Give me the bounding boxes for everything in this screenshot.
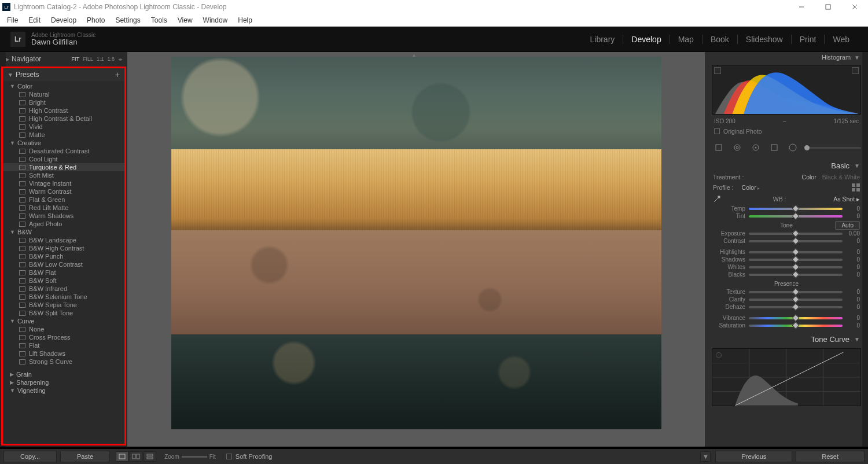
- preset-group-b-w[interactable]: ▼B&W: [3, 228, 124, 236]
- clarity-slider[interactable]: Clarity0: [705, 296, 868, 303]
- nav-zoom-1-1[interactable]: 1:1: [97, 56, 104, 62]
- spot-removal-tool-icon[interactable]: [730, 141, 744, 154]
- highlights-slider[interactable]: Highlights0: [705, 248, 868, 256]
- blacks-slider[interactable]: Blacks0: [705, 271, 868, 278]
- add-preset-button[interactable]: +: [115, 70, 120, 79]
- preset-item[interactable]: B&W Soft: [3, 277, 124, 285]
- before-after-lr-icon[interactable]: [130, 451, 142, 462]
- menu-window[interactable]: Window: [198, 15, 233, 25]
- preset-item[interactable]: B&W Split Tone: [3, 309, 124, 317]
- preset-group-sharpening[interactable]: ▶Sharpening: [3, 378, 124, 386]
- preset-item[interactable]: B&W Sepia Tone: [3, 301, 124, 309]
- menu-settings[interactable]: Settings: [111, 15, 145, 25]
- tint-slider[interactable]: Tint0: [705, 212, 868, 220]
- profile-browser-icon[interactable]: [852, 183, 860, 192]
- soft-proofing-toggle[interactable]: Soft Proofing: [226, 453, 273, 460]
- preset-item[interactable]: Natural: [3, 90, 124, 98]
- preset-item[interactable]: Turquoise & Red: [3, 163, 124, 171]
- nav-zoom-1-8[interactable]: 1:8: [107, 56, 115, 62]
- module-book[interactable]: Book: [703, 35, 737, 44]
- menu-photo[interactable]: Photo: [82, 15, 109, 25]
- navigator-header[interactable]: ▶ Navigator FITFILL1:11:8◂▸: [0, 53, 127, 65]
- paste-settings-button[interactable]: Paste: [60, 451, 110, 462]
- preset-item[interactable]: Vintage Instant: [3, 179, 124, 187]
- preset-item[interactable]: Warm Shadows: [3, 212, 124, 220]
- basic-panel-header[interactable]: Basic ▼: [705, 159, 868, 172]
- module-slideshow[interactable]: Slideshow: [738, 35, 791, 44]
- preset-item[interactable]: Desaturated Contrast: [3, 147, 124, 155]
- treatment-color[interactable]: Color: [802, 174, 816, 181]
- preset-group-color[interactable]: ▼Color: [3, 82, 124, 90]
- wb-dropdown[interactable]: As Shot ▸: [833, 196, 860, 202]
- texture-slider[interactable]: Texture0: [705, 288, 868, 296]
- preset-item[interactable]: Lift Shadows: [3, 349, 124, 358]
- radial-filter-tool-icon[interactable]: [786, 141, 800, 154]
- preset-item[interactable]: Aged Photo: [3, 220, 124, 228]
- module-map[interactable]: Map: [670, 35, 702, 44]
- dehaze-slider[interactable]: Dehaze0: [705, 303, 868, 311]
- menu-help[interactable]: Help: [233, 15, 257, 25]
- navigator-zoom-options[interactable]: FITFILL1:11:8◂▸: [71, 56, 123, 62]
- preset-item[interactable]: Flat: [3, 341, 124, 349]
- previous-button[interactable]: Previous: [715, 451, 792, 462]
- menu-edit[interactable]: Edit: [24, 15, 45, 25]
- preset-group-vignetting[interactable]: ▼Vignetting: [3, 386, 124, 395]
- module-print[interactable]: Print: [792, 35, 825, 44]
- nav-zoom-fill[interactable]: FILL: [83, 56, 93, 62]
- nav-zoom-fit[interactable]: FIT: [71, 56, 79, 62]
- crop-tool-icon[interactable]: [712, 141, 726, 154]
- preset-item[interactable]: Warm Contrast: [3, 187, 124, 196]
- menu-file[interactable]: File: [2, 15, 23, 25]
- preset-item[interactable]: B&W Landscape: [3, 236, 124, 244]
- preset-group-curve[interactable]: ▼Curve: [3, 317, 124, 325]
- temp-slider[interactable]: Temp0: [705, 205, 868, 212]
- image-viewer[interactable]: ▲: [127, 52, 705, 447]
- preset-group-grain[interactable]: ▶Grain: [3, 370, 124, 378]
- before-after-tb-icon[interactable]: [144, 451, 156, 462]
- window-close-button[interactable]: [841, 0, 868, 14]
- original-photo-toggle[interactable]: Original Photo: [705, 126, 868, 138]
- treatment-bw[interactable]: Black & White: [822, 174, 860, 181]
- histogram-header[interactable]: Histogram ▼: [705, 52, 868, 62]
- preset-item[interactable]: B&W Selenium Tone: [3, 293, 124, 301]
- window-maximize-button[interactable]: [815, 0, 841, 14]
- graduated-filter-tool-icon[interactable]: [767, 141, 781, 154]
- redeye-tool-icon[interactable]: [749, 141, 763, 154]
- right-panel-rail[interactable]: [862, 52, 868, 447]
- toolbar-options-dropdown[interactable]: ▼: [700, 451, 711, 462]
- preset-item[interactable]: None: [3, 325, 124, 333]
- checkbox-icon[interactable]: [714, 128, 720, 134]
- tonecurve-graph[interactable]: [712, 348, 861, 406]
- preset-item[interactable]: Flat & Green: [3, 196, 124, 204]
- auto-tone-button[interactable]: Auto: [835, 221, 860, 230]
- module-develop[interactable]: Develop: [623, 35, 669, 44]
- preset-item[interactable]: B&W Flat: [3, 268, 124, 277]
- preset-item[interactable]: Strong S Curve: [3, 358, 124, 366]
- preset-item[interactable]: Bright: [3, 98, 124, 106]
- presets-header[interactable]: ▼ Presets +: [3, 68, 124, 81]
- module-library[interactable]: Library: [582, 35, 623, 44]
- preset-item[interactable]: High Contrast: [3, 106, 124, 115]
- vibrance-slider[interactable]: Vibrance0: [705, 314, 868, 322]
- exposure-slider[interactable]: Exposure0.00: [705, 230, 868, 237]
- wb-eyedropper-icon[interactable]: [713, 195, 721, 203]
- loupe-view-icon[interactable]: [116, 451, 128, 462]
- preset-item[interactable]: B&W Infrared: [3, 285, 124, 293]
- presets-tree[interactable]: ▼ColorNaturalBrightHigh ContrastHigh Con…: [3, 81, 124, 444]
- saturation-slider[interactable]: Saturation0: [705, 322, 868, 329]
- contrast-slider[interactable]: Contrast0: [705, 237, 868, 245]
- shadows-slider[interactable]: Shadows0: [705, 256, 868, 263]
- mask-amount-slider[interactable]: [804, 147, 861, 149]
- preset-item[interactable]: Vivid: [3, 123, 124, 131]
- tonecurve-header[interactable]: Tone Curve ▼: [705, 333, 868, 346]
- preset-item[interactable]: B&W Punch: [3, 252, 124, 260]
- nav-zoom-stepper[interactable]: ◂▸: [118, 57, 123, 62]
- histogram-graph[interactable]: [712, 65, 861, 115]
- preset-item[interactable]: Cross Process: [3, 333, 124, 341]
- preset-item[interactable]: High Contrast & Detail: [3, 115, 124, 123]
- profile-dropdown[interactable]: Color: [738, 183, 763, 192]
- preset-item[interactable]: Cool Light: [3, 155, 124, 163]
- reset-button[interactable]: Reset: [796, 451, 865, 462]
- top-panel-expander-icon[interactable]: ▲: [411, 52, 421, 57]
- menu-tools[interactable]: Tools: [146, 15, 172, 25]
